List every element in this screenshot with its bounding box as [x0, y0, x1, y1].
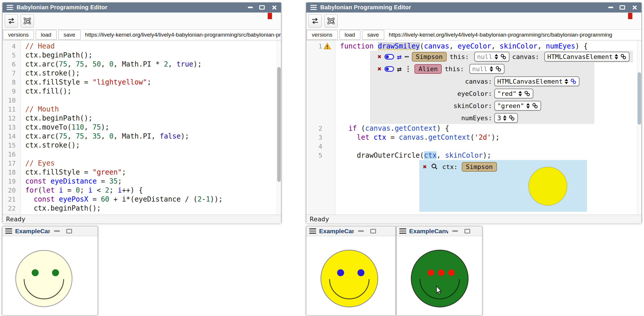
code-editor[interactable]: 45678910111213141516171819202122 // Head… [3, 40, 281, 215]
close-button[interactable] [632, 5, 637, 10]
load-button[interactable]: load [339, 30, 360, 40]
code-line[interactable]: ctx.stroke(); [25, 141, 281, 150]
url-field[interactable]: https://lively-kernel.org/lively4/lively… [82, 30, 281, 40]
param-value-this[interactable]: null [469, 64, 505, 74]
trace-arrows-icon[interactable]: ⇄ [397, 53, 402, 61]
window-titlebar[interactable]: Babylonian Programming Editor [3, 3, 281, 12]
stepper-icon[interactable] [490, 66, 493, 72]
probe-example-badge[interactable]: Simpson [462, 162, 497, 172]
versions-button[interactable]: versions [307, 30, 338, 40]
code-line[interactable]: for(let i = 0; i < 2; i++) { [25, 186, 281, 195]
minimize-button[interactable] [248, 7, 253, 8]
link-icon-blue[interactable] [570, 78, 577, 85]
code-line[interactable]: ctx.beginPath(); [25, 204, 281, 213]
code-line[interactable]: ctx.moveTo(110, 75); [25, 123, 281, 132]
scrollbar-thumb[interactable] [638, 72, 641, 125]
close-button[interactable] [271, 5, 277, 10]
param-value[interactable]: HTMLCanvasElement [494, 76, 579, 86]
example-badge-simpson[interactable]: Simpson [412, 52, 447, 62]
code-line[interactable]: // Mouth [25, 105, 281, 114]
code-line[interactable]: ctx.arc(75, 75, 50, 0, Math.PI * 2, true… [25, 60, 281, 69]
maximize-button[interactable] [370, 229, 376, 234]
stepper-icon[interactable] [495, 54, 498, 60]
window-menu-icon[interactable] [5, 228, 12, 234]
code-line[interactable] [340, 142, 641, 151]
maximize-button[interactable] [259, 5, 265, 10]
code-line[interactable]: ctx.beginPath(); [25, 51, 281, 60]
load-button[interactable]: load [36, 30, 57, 40]
code-line[interactable]: const eyeDistance = 35; [25, 177, 281, 186]
example-badge-alien[interactable]: Alien [414, 64, 442, 74]
save-button[interactable]: save [362, 30, 384, 40]
code-area[interactable]: // Headctx.beginPath();ctx.arc(75, 75, 5… [21, 40, 281, 215]
vertical-scrollbar[interactable] [637, 40, 641, 215]
code-line[interactable]: // Eyes [25, 159, 281, 168]
code-area[interactable]: function drawSmiley(canvas, eyeColor, sk… [335, 40, 641, 215]
param-value[interactable]: 3 [494, 113, 518, 123]
window-menu-icon[interactable] [309, 228, 316, 234]
param-value[interactable]: "green" [494, 101, 541, 111]
window-titlebar[interactable]: ExampleCanvas [2, 226, 98, 236]
minimize-button[interactable] [608, 7, 613, 8]
scrollbar-thumb[interactable] [277, 67, 281, 182]
maximize-button[interactable] [464, 229, 470, 234]
delete-example-icon[interactable]: ✖ [378, 66, 382, 72]
param-value[interactable]: "red" [494, 89, 533, 98]
transform-frame-button[interactable] [324, 14, 338, 28]
vertical-scrollbar[interactable] [277, 40, 281, 215]
window-titlebar[interactable]: Babylonian Programming Editor [306, 3, 641, 12]
more-options-icon[interactable]: ⋯ [405, 53, 409, 60]
example-toggle[interactable] [384, 66, 394, 72]
warning-icon[interactable] [323, 42, 331, 51]
stepper-icon[interactable] [526, 103, 530, 109]
stepper-icon[interactable] [503, 115, 507, 121]
code-editor[interactable]: 1 2 3 4 5 function drawSmiley(canvas, ey… [306, 40, 641, 215]
link-icon[interactable] [495, 66, 502, 72]
window-menu-icon[interactable] [310, 5, 317, 10]
minimize-button[interactable] [452, 230, 458, 232]
versions-button[interactable]: versions [3, 30, 34, 40]
link-icon[interactable] [509, 115, 515, 121]
code-line[interactable]: ctx.fillStyle = "green"; [25, 168, 281, 177]
link-icon[interactable] [524, 90, 530, 97]
param-value-this[interactable]: null [474, 52, 509, 62]
link-icon[interactable] [500, 53, 507, 60]
link-icon[interactable] [620, 53, 627, 60]
param-value-canvas[interactable]: HTMLCanvasElement [544, 52, 629, 62]
stepper-icon[interactable] [565, 79, 568, 84]
magnifier-icon[interactable] [431, 163, 438, 170]
close-probe-icon[interactable]: ✖ [423, 164, 427, 170]
code-line[interactable]: // Head [25, 42, 281, 51]
code-line[interactable]: ctx.fillStyle = "lightyellow"; [25, 78, 281, 87]
example-toggle[interactable] [384, 54, 394, 60]
transform-frame-button[interactable] [21, 14, 34, 28]
code-line[interactable]: let ctx = canvas.getContext('2d'); [340, 133, 641, 142]
stepper-icon[interactable] [518, 91, 522, 96]
window-menu-icon[interactable] [7, 5, 13, 10]
swap-arrows-button[interactable] [5, 14, 18, 28]
save-button[interactable]: save [58, 30, 80, 40]
code-line[interactable]: drawOuterCircle(ctx, skinColor); [340, 151, 641, 160]
swap-arrows-button[interactable] [308, 14, 322, 28]
code-line[interactable]: ctx.stroke(); [25, 69, 281, 78]
minimize-button[interactable] [358, 230, 364, 232]
code-line[interactable]: ctx.beginPath(); [25, 114, 281, 123]
stepper-icon[interactable] [615, 54, 618, 60]
trace-arrows-icon[interactable]: ⇄ [397, 65, 402, 73]
code-line[interactable]: ctx.arc(75, 75, 35, 0, Math.PI, false); [25, 132, 281, 141]
code-line[interactable] [25, 150, 281, 159]
maximize-button[interactable] [66, 229, 72, 234]
code-line[interactable]: const eyePosX = 60 + i*(eyeDistance / (2… [25, 195, 281, 204]
code-line[interactable]: ctx.fill(); [25, 87, 281, 96]
window-menu-icon[interactable] [399, 228, 406, 234]
delete-example-icon[interactable]: ✖ [378, 53, 382, 60]
window-titlebar[interactable]: ExampleCanvas [306, 226, 396, 236]
code-line[interactable]: function drawSmiley(canvas, eyeColor, sk… [340, 42, 641, 51]
code-line[interactable] [25, 96, 281, 105]
link-icon[interactable] [532, 103, 538, 109]
maximize-button[interactable] [620, 5, 625, 10]
window-titlebar[interactable]: ExampleCanvas [396, 226, 482, 236]
url-field[interactable]: https://lively-kernel.org/lively4/lively… [386, 30, 641, 40]
code-line[interactable]: if (canvas.getContext) { [340, 124, 641, 133]
minimize-button[interactable] [54, 230, 60, 232]
